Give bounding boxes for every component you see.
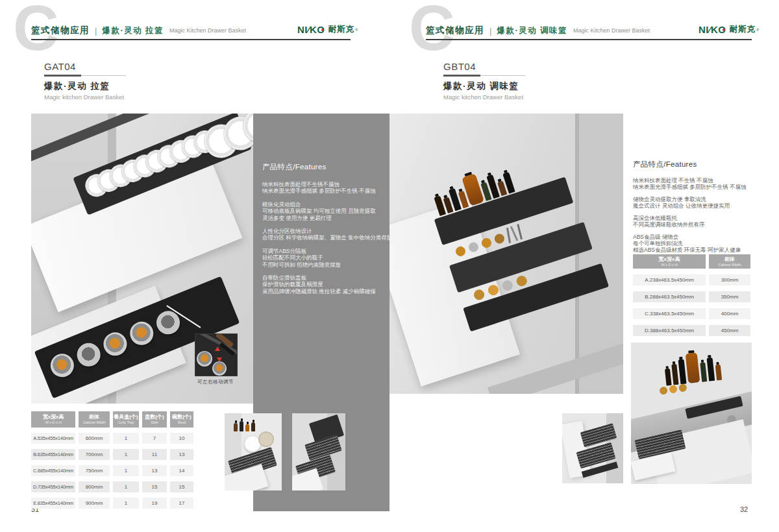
thumb-photo-1 bbox=[225, 413, 282, 490]
spec-table-right: 宽x深x高W x D x H 柜体Cabinet Width A.238x463… bbox=[633, 254, 750, 341]
logo-registered-mark: ® bbox=[355, 28, 358, 32]
logo-red-dot bbox=[723, 29, 725, 31]
header-divider: | bbox=[95, 26, 97, 36]
logo-registered-mark: ® bbox=[756, 28, 759, 32]
callout-photo-adjust bbox=[195, 333, 238, 376]
logo-red-dot bbox=[321, 29, 324, 31]
logo-cn: 耐斯克 bbox=[730, 24, 756, 35]
page-header-right: 篮式储物应用 | 爆款·灵动 调味篮 Magic Kitchen Drawer … bbox=[426, 24, 650, 37]
spec-table-left: 宽x深x高W x D x H 柜体Cabinet Width 餐具盒(个)Cut… bbox=[31, 411, 193, 514]
table-row: D.735x455x140mm800mm11515 bbox=[31, 481, 193, 492]
header-title-en: Magic Kitchen Drawer Basket bbox=[169, 27, 246, 34]
product-code: GAT04 bbox=[44, 61, 126, 72]
table-row: B.635x455x140mm700mm11113 bbox=[31, 449, 193, 460]
table-row: C.338x463.5x450mm400mm bbox=[633, 308, 750, 319]
red-arrow-down-icon bbox=[217, 357, 222, 362]
header-category: 篮式储物应用 bbox=[31, 25, 90, 36]
table-row: E.835x455x140mm900mm11917 bbox=[31, 498, 193, 509]
table-header-row: 宽x深x高W x D x H 柜体Cabinet Width bbox=[633, 254, 750, 269]
table-row: A.238x463.5x450mm300mm bbox=[633, 274, 750, 285]
header-rule-left bbox=[31, 39, 351, 40]
features-left: 产品特点/Features 纳米科技表面处理不生锈不腐蚀 纳米表面光滑手感细腻 … bbox=[262, 162, 383, 301]
table-row: C.685x455x140mm750mm11314 bbox=[31, 465, 193, 476]
features-title: 产品特点/Features bbox=[633, 160, 760, 169]
features-right: 产品特点/Features 纳米科技表面处理 不生锈 不腐蚀 纳米表面光滑手感细… bbox=[633, 160, 760, 259]
product-block-left: GAT04 爆款·灵动 拉篮 Magic kitchen Drawer Bask… bbox=[44, 61, 126, 101]
red-arrow-up-icon bbox=[215, 346, 220, 351]
product-name-cn: 爆款·灵动 拉篮 bbox=[44, 80, 126, 92]
photo-countertop-bottles bbox=[631, 343, 752, 484]
product-code: GBT04 bbox=[443, 61, 525, 72]
logo-cn: 耐斯克 bbox=[328, 24, 355, 35]
thumb-photo-2 bbox=[292, 413, 345, 490]
header-title-cn: 爆款·灵动 调味篮 bbox=[497, 25, 567, 36]
page-number-right: 32 bbox=[740, 505, 748, 513]
thumb-photo-3 bbox=[562, 413, 623, 483]
callout-caption: 可左右移动调节 bbox=[183, 379, 248, 385]
product-rule bbox=[44, 75, 126, 77]
header-title-cn: 爆款·灵动 拉篮 bbox=[102, 25, 164, 36]
header-title-en: Magic Kitchen Drawer Basket bbox=[573, 27, 650, 34]
header-rule-right bbox=[426, 39, 752, 40]
product-rule bbox=[443, 75, 525, 77]
table-header-row: 宽x深x高W x D x H 柜体Cabinet Width 餐具盒(个)Cut… bbox=[31, 411, 193, 428]
product-name-cn: 爆款·灵动 调味篮 bbox=[443, 80, 525, 92]
header-divider: | bbox=[489, 26, 491, 36]
catalog-spread: C 篮式储物应用 | 爆款·灵动 拉篮 Magic Kitchen Drawer… bbox=[0, 0, 779, 532]
table-row: B.288x463.5x450mm350mm bbox=[633, 291, 750, 302]
table-row: A.535x455x140mm600mm1710 bbox=[31, 433, 193, 444]
logo-latin: NI∕KO bbox=[297, 24, 325, 35]
product-block-right: GBT04 爆款·灵动 调味篮 Magic kitchen Drawer Bas… bbox=[443, 61, 525, 101]
brand-logo-left: NI∕KO 耐斯克 ® bbox=[297, 24, 358, 35]
table-row: D.388x463.5x450mm450mm bbox=[633, 325, 750, 336]
features-title: 产品特点/Features bbox=[262, 162, 383, 172]
product-name-en: Magic kitchen Drawer Basket bbox=[443, 93, 525, 101]
product-name-en: Magic kitchen Drawer Basket bbox=[44, 93, 126, 101]
logo-latin: NI∕KO bbox=[699, 24, 726, 35]
brand-logo-right: NI∕KO 耐斯克 ® bbox=[699, 24, 759, 35]
main-photo-spice-basket bbox=[390, 114, 623, 394]
header-category: 篮式储物应用 bbox=[426, 25, 484, 36]
page-header-left: 篮式储物应用 | 爆款·灵动 拉篮 Magic Kitchen Drawer B… bbox=[31, 24, 246, 37]
